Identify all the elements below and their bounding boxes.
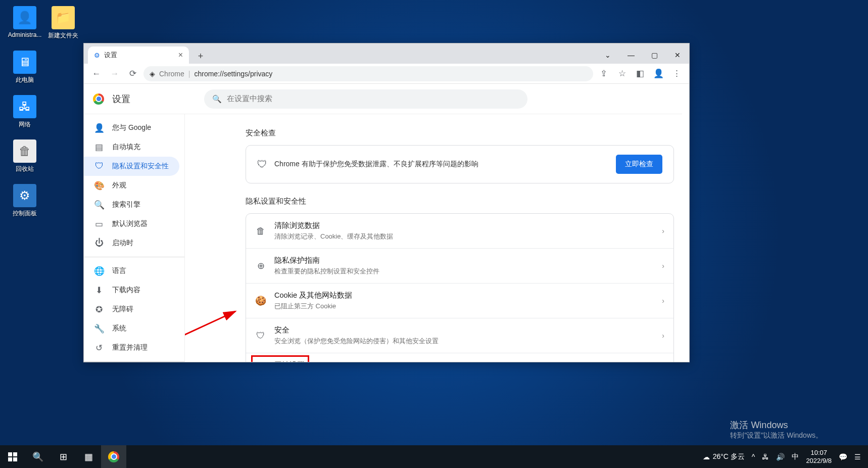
reload-button[interactable]: ⟳ [125,66,140,81]
privacy-row-security[interactable]: 🛡安全安全浏览（保护您免受危险网站的侵害）和其他安全设置› [246,318,673,353]
sidebar-item-person[interactable]: 👤您与 Google [84,118,184,137]
forward-button[interactable]: → [107,66,122,81]
sidebar-item-label: 外观 [112,181,126,190]
sidebar-item-globe[interactable]: 🌐语言 [84,261,184,280]
desktop-icon-new-folder[interactable]: 📁新建文件夹 [44,6,82,40]
tab-title: 设置 [104,51,117,60]
sidebar-item-label: 重置并清理 [112,343,148,352]
search-button[interactable]: 🔍 [25,445,51,468]
sidebar-item-access[interactable]: ✪无障碍 [84,300,184,319]
annotation-arrow [185,306,246,347]
taskbar: 🔍 ⊞ ▦ ☁ 26°C 多云 ^ 🖧 🔊 中 10:07 2022/9/8 💬… [0,445,868,468]
privacy-heading: 隐私设置和安全性 [246,197,674,206]
task-view-button[interactable]: ⊞ [51,445,76,468]
browser-tab-settings[interactable]: ⚙ 设置 × [88,46,189,64]
desktop-icon-network[interactable]: 🖧网络 [6,95,43,129]
back-button[interactable]: ← [89,66,104,81]
profile-icon[interactable]: 👤 [651,66,666,81]
row-subtitle: 清除浏览记录、Cookie、缓存及其他数据 [274,232,654,241]
window-dropdown-button[interactable]: ⌄ [596,46,619,64]
palette-icon: 🎨 [94,180,104,191]
url-text: chrome://settings/privacy [194,70,272,78]
site-info-icon[interactable]: ◈ [150,70,155,78]
privacy-list: 🗑清除浏览数据清除浏览记录、Cookie、缓存及其他数据›⊕隐私保护指南检查重要… [246,213,674,362]
sidebar-item-reset[interactable]: ↺重置并清理 [84,338,184,357]
minimize-button[interactable]: ― [619,46,643,64]
activation-watermark: 激活 Windows 转到"设置"以激活 Windows。 [730,419,823,440]
start-button[interactable] [0,445,25,468]
sidebar-item-label: 启动时 [112,239,133,248]
chevron-right-icon: › [662,227,664,235]
settings-main: 安全检查 🛡 Chrome 有助于保护您免受数据泄露、不良扩展程序等问题的影响 … [185,114,689,362]
sidebar-item-system[interactable]: 🔧系统 [84,319,184,338]
sidebar-item-shield[interactable]: 🛡隐私设置和安全性 [84,157,179,176]
sidebar-item-search[interactable]: 🔍搜索引擎 [84,195,184,214]
tray-notification-icon[interactable]: 💬 [839,453,847,461]
bookmark-icon[interactable]: ☆ [614,66,630,81]
search-icon: 🔍 [94,200,104,210]
settings-header: 设置 🔍 在设置中搜索 [84,84,682,114]
sidebar-item-label: 隐私设置和安全性 [112,162,169,171]
row-title: 网站设置 [274,360,654,362]
security-check-text: Chrome 有助于保护您免受数据泄露、不良扩展程序等问题的影响 [274,160,609,169]
address-bar: ← → ⟳ ◈ Chrome | chrome://settings/priva… [84,64,689,84]
privacy-row-trash[interactable]: 🗑清除浏览数据清除浏览记录、Cookie、缓存及其他数据› [246,214,673,248]
row-title: Cookie 及其他网站数据 [274,291,654,300]
tray-chevron-up-icon[interactable]: ^ [752,453,755,461]
tab-close-icon[interactable]: × [178,51,183,60]
svg-rect-3 [8,457,12,461]
chrome-logo-icon [93,93,104,105]
page-title: 设置 [112,93,130,105]
sidebar-item-label: 下载内容 [112,286,140,295]
chevron-right-icon: › [662,332,664,340]
sidebar-item-label: 您与 Google [112,123,151,132]
row-title: 安全 [274,325,654,335]
tray-action-center-icon[interactable]: ☰ [854,453,861,461]
settings-search-input[interactable]: 🔍 在设置中搜索 [204,89,527,109]
tray-volume-icon[interactable]: 🔊 [776,453,785,461]
apps-button[interactable]: ▦ [76,445,101,468]
weather-widget[interactable]: ☁ 26°C 多云 [703,452,745,461]
new-tab-button[interactable]: + [193,49,208,64]
sidebar-item-label: 搜索引擎 [112,200,140,209]
close-button[interactable]: ✕ [666,46,689,64]
sidebar-item-download[interactable]: ⬇下载内容 [84,280,184,300]
shield-icon: 🛡 [257,159,267,170]
desktop-icon-recycle-bin[interactable]: 🗑回收站 [6,139,43,173]
sidepanel-icon[interactable]: ◧ [633,66,648,81]
search-icon: 🔍 [212,95,222,104]
sidebar-item-browser[interactable]: ▭默认浏览器 [84,214,184,233]
tray-network-icon[interactable]: 🖧 [762,453,769,461]
security-check-button[interactable]: 立即检查 [616,155,662,174]
row-subtitle: 安全浏览（保护您免受危险网站的侵害）和其他安全设置 [274,337,654,346]
gear-icon: ⚙ [94,52,100,59]
url-input[interactable]: ◈ Chrome | chrome://settings/privacy [143,66,593,81]
desktop-icon-control-panel[interactable]: ⚙控制面板 [6,184,43,218]
sidebar-item-label: 无障碍 [112,305,133,314]
sidebar-item-power[interactable]: ⏻启动时 [84,233,184,253]
maximize-button[interactable]: ▢ [643,46,666,64]
desktop-icon-this-pc[interactable]: 🖥此电脑 [6,51,43,84]
privacy-row-guide[interactable]: ⊕隐私保护指南检查重要的隐私控制设置和安全控件› [246,248,673,283]
privacy-row-cookie[interactable]: 🍪Cookie 及其他网站数据已阻止第三方 Cookie› [246,283,673,318]
search-placeholder: 在设置中搜索 [227,94,272,104]
trash-icon: 🗑 [255,226,266,237]
sidebar-item-palette[interactable]: 🎨外观 [84,176,184,195]
tray-ime[interactable]: 中 [792,452,799,461]
taskbar-chrome[interactable] [101,445,126,468]
menu-icon[interactable]: ⋮ [669,66,684,81]
security-icon: 🛡 [255,331,266,341]
cookie-icon: 🍪 [255,295,266,306]
autofill-icon: ▤ [94,142,104,153]
system-tray: ☁ 26°C 多云 ^ 🖧 🔊 中 10:07 2022/9/8 💬 ☰ [696,449,868,464]
privacy-row-site[interactable]: ⚙网站设置控制网站可以使用和显示什么信息（如位置信息、摄像头、弹出式窗口及其他）… [246,353,673,362]
share-icon[interactable]: ⇪ [596,66,611,81]
svg-line-0 [185,311,235,342]
sidebar-item-label: 系统 [112,324,126,333]
taskbar-clock[interactable]: 10:07 2022/9/8 [806,449,832,464]
row-subtitle: 已阻止第三方 Cookie [274,302,654,311]
svg-rect-4 [13,457,17,461]
reset-icon: ↺ [94,343,104,353]
sidebar-item-autofill[interactable]: ▤自动填充 [84,137,184,157]
desktop-icon-admin[interactable]: 👤Administra... [6,6,43,38]
